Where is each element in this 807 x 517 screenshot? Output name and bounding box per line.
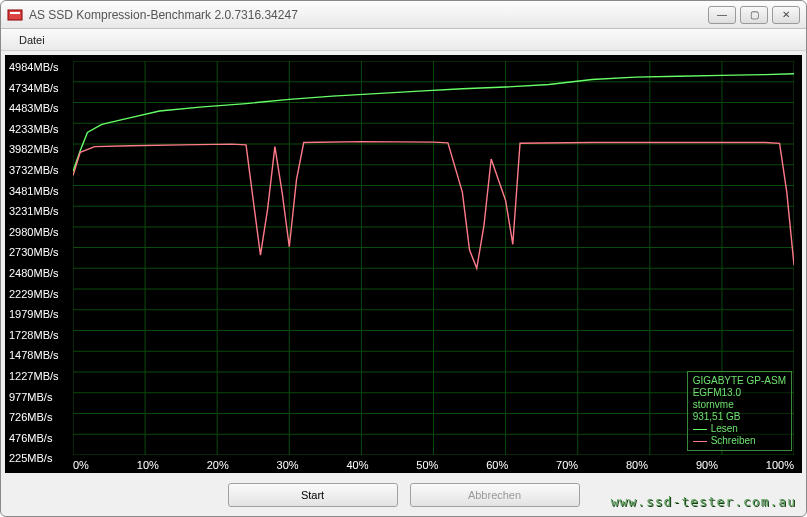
legend-read-row: Lesen xyxy=(693,423,786,435)
y-tick-label: 2980MB/s xyxy=(9,222,59,243)
legend-device4: 931,51 GB xyxy=(693,411,786,423)
legend-read-swatch xyxy=(693,429,707,430)
y-tick-label: 4734MB/s xyxy=(9,78,59,99)
x-tick-label: 30% xyxy=(277,459,299,471)
x-tick-label: 70% xyxy=(556,459,578,471)
legend-read-label: Lesen xyxy=(711,423,738,435)
menubar: Datei xyxy=(1,29,806,51)
maximize-button[interactable]: ▢ xyxy=(740,6,768,24)
y-tick-label: 3982MB/s xyxy=(9,139,59,160)
menu-file[interactable]: Datei xyxy=(11,32,53,48)
y-tick-label: 3231MB/s xyxy=(9,201,59,222)
y-tick-label: 726MB/s xyxy=(9,407,59,428)
y-tick-label: 2229MB/s xyxy=(9,284,59,305)
x-tick-label: 50% xyxy=(416,459,438,471)
y-tick-label: 4483MB/s xyxy=(9,98,59,119)
y-tick-label: 2480MB/s xyxy=(9,263,59,284)
y-tick-label: 476MB/s xyxy=(9,428,59,449)
cancel-button[interactable]: Abbrechen xyxy=(410,483,580,507)
button-bar: Start Abbrechen www.ssd-tester.com.au xyxy=(1,477,806,513)
minimize-button[interactable]: — xyxy=(708,6,736,24)
window-title: AS SSD Kompression-Benchmark 2.0.7316.34… xyxy=(29,8,708,22)
legend-write-row: Schreiben xyxy=(693,435,786,447)
svg-rect-1 xyxy=(10,12,20,14)
y-tick-label: 1728MB/s xyxy=(9,325,59,346)
legend-write-swatch xyxy=(693,441,707,442)
legend-device1: GIGABYTE GP-ASM xyxy=(693,375,786,387)
watermark: www.ssd-tester.com.au xyxy=(611,494,796,509)
legend-write-label: Schreiben xyxy=(711,435,756,447)
chart-area: 4984MB/s4734MB/s4483MB/s4233MB/s3982MB/s… xyxy=(5,55,802,473)
close-button[interactable]: ✕ xyxy=(772,6,800,24)
y-tick-label: 977MB/s xyxy=(9,387,59,408)
y-tick-label: 4233MB/s xyxy=(9,119,59,140)
x-tick-label: 80% xyxy=(626,459,648,471)
x-tick-label: 10% xyxy=(137,459,159,471)
y-axis-labels: 4984MB/s4734MB/s4483MB/s4233MB/s3982MB/s… xyxy=(9,57,59,469)
app-window: AS SSD Kompression-Benchmark 2.0.7316.34… xyxy=(0,0,807,517)
start-button[interactable]: Start xyxy=(228,483,398,507)
x-tick-label: 0% xyxy=(73,459,89,471)
y-tick-label: 1478MB/s xyxy=(9,345,59,366)
legend-device2: EGFM13.0 xyxy=(693,387,786,399)
window-buttons: — ▢ ✕ xyxy=(708,6,800,24)
app-icon xyxy=(7,7,23,23)
legend-device3: stornvme xyxy=(693,399,786,411)
legend: GIGABYTE GP-ASM EGFM13.0 stornvme 931,51… xyxy=(687,371,792,451)
x-tick-label: 40% xyxy=(346,459,368,471)
y-tick-label: 3481MB/s xyxy=(9,181,59,202)
titlebar: AS SSD Kompression-Benchmark 2.0.7316.34… xyxy=(1,1,806,29)
y-tick-label: 1227MB/s xyxy=(9,366,59,387)
y-tick-label: 3732MB/s xyxy=(9,160,59,181)
svg-rect-0 xyxy=(8,10,22,20)
x-tick-label: 60% xyxy=(486,459,508,471)
x-tick-label: 100% xyxy=(766,459,794,471)
y-tick-label: 4984MB/s xyxy=(9,57,59,78)
y-tick-label: 1979MB/s xyxy=(9,304,59,325)
y-tick-label: 225MB/s xyxy=(9,448,59,469)
x-tick-label: 20% xyxy=(207,459,229,471)
y-tick-label: 2730MB/s xyxy=(9,242,59,263)
x-tick-label: 90% xyxy=(696,459,718,471)
x-axis-labels: 0%10%20%30%40%50%60%70%80%90%100% xyxy=(73,459,794,471)
